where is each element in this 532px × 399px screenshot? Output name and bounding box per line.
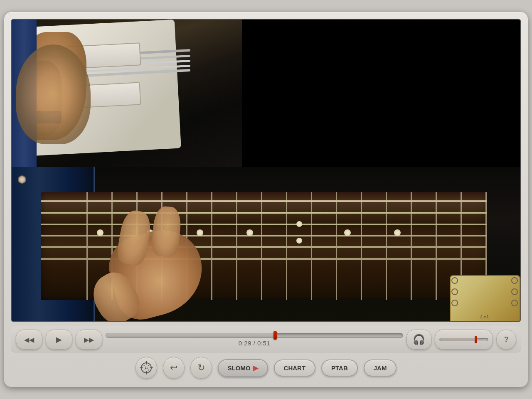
slomo-button[interactable]: SLOMO ▶ xyxy=(218,359,268,377)
jam-label: JAM xyxy=(374,365,387,372)
fast-forward-button[interactable]: ▶▶ xyxy=(76,330,102,350)
slomo-arrow-icon: ▶ xyxy=(253,364,258,372)
chart-button[interactable]: CHART xyxy=(274,360,316,377)
time-separator: / xyxy=(251,340,257,347)
loop-forward-icon: ↻ xyxy=(197,362,205,373)
volume-thumb xyxy=(475,336,477,343)
time-display: 0:29 / 0:51 xyxy=(239,340,270,347)
video-area: LeL xyxy=(11,19,521,322)
fast-forward-icon: ▶▶ xyxy=(84,336,94,344)
help-button[interactable]: ? xyxy=(496,330,516,350)
time-current: 0:29 xyxy=(239,340,251,347)
video-top-left-panel xyxy=(12,20,257,167)
play-icon: ▶ xyxy=(56,335,62,344)
svg-line-6 xyxy=(144,365,149,370)
play-button[interactable]: ▶ xyxy=(46,330,72,350)
player-container: LeL ◀◀ ▶ ▶▶ 0:29 / 0:51 xyxy=(4,12,528,387)
rewind-button[interactable]: ◀◀ xyxy=(16,330,42,350)
progress-fill xyxy=(106,333,275,337)
loop-back-icon: ↩ xyxy=(170,362,177,373)
volume-slider[interactable] xyxy=(435,330,493,350)
video-top-right-black xyxy=(242,20,520,167)
jam-button[interactable]: JAM xyxy=(364,360,397,377)
loop-forward-button[interactable]: ↻ xyxy=(190,357,212,379)
progress-container: 0:29 / 0:51 xyxy=(106,333,403,347)
ptab-button[interactable]: PTAB xyxy=(321,360,358,377)
bottom-controls: ↩ ↻ SLOMO ▶ CHART PTAB JAM xyxy=(11,357,521,379)
progress-thumb xyxy=(273,331,277,340)
slomo-label: SLOMO xyxy=(228,365,251,372)
ptab-label: PTAB xyxy=(331,365,348,372)
headphone-icon: 🎧 xyxy=(413,334,425,345)
crosshair-button[interactable] xyxy=(135,357,157,379)
loop-back-button[interactable]: ↩ xyxy=(163,357,185,379)
volume-track xyxy=(439,338,488,341)
volume-fill xyxy=(440,338,476,341)
time-total: 0:51 xyxy=(257,340,270,347)
chart-label: CHART xyxy=(284,365,306,372)
rewind-icon: ◀◀ xyxy=(24,336,34,344)
crosshair-icon xyxy=(139,360,154,375)
transport-controls: ◀◀ ▶ ▶▶ 0:29 / 0:51 🎧 xyxy=(11,326,521,353)
headphone-button[interactable]: 🎧 xyxy=(406,330,431,350)
video-main-panel: LeL xyxy=(12,167,520,322)
help-icon: ? xyxy=(504,335,509,344)
progress-track[interactable] xyxy=(106,333,403,338)
svg-line-5 xyxy=(144,365,149,370)
